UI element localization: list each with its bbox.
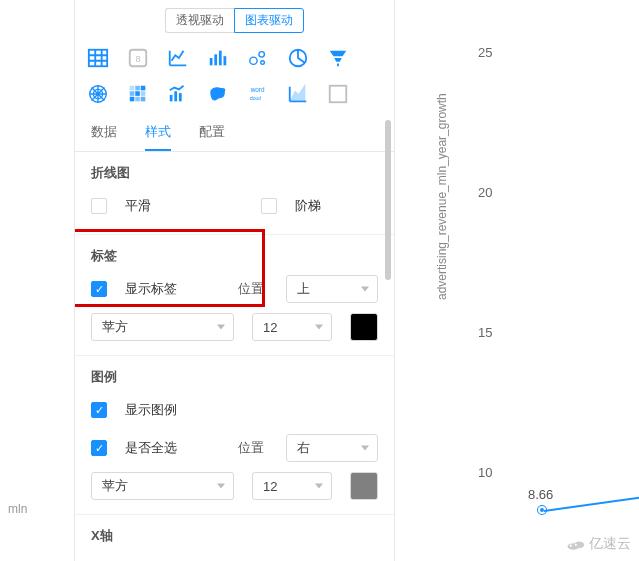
svg-rect-18: [141, 91, 146, 96]
svg-point-8: [259, 52, 265, 58]
svg-rect-27: [330, 86, 347, 103]
show-legend-text: 显示图例: [125, 401, 185, 419]
tab-config[interactable]: 配置: [199, 123, 225, 151]
svg-point-7: [250, 57, 257, 64]
label-color-swatch[interactable]: [350, 313, 378, 341]
tab-style[interactable]: 样式: [145, 123, 171, 151]
legend-color-swatch[interactable]: [350, 472, 378, 500]
svg-rect-22: [170, 95, 173, 101]
bubble-chart-icon[interactable]: [247, 47, 269, 69]
panel-scrollbar[interactable]: [383, 0, 393, 561]
blank-chart-icon[interactable]: [327, 83, 349, 105]
perspective-drive-button[interactable]: 透视驱动: [165, 8, 234, 33]
section-xaxis: X轴 显示坐标轴 坐标轴反转 实线 1 显示标签文字: [75, 515, 394, 561]
data-label-0: 8.66: [528, 487, 553, 502]
radar-chart-icon[interactable]: [87, 83, 109, 105]
funnel-chart-icon[interactable]: [327, 47, 349, 69]
label-font-select[interactable]: 苹方: [91, 313, 234, 341]
svg-rect-6: [224, 56, 227, 65]
smooth-label: 平滑: [125, 197, 185, 215]
step-label: 阶梯: [295, 197, 355, 215]
heatmap-chart-icon[interactable]: [127, 83, 149, 105]
label-position-label: 位置: [238, 280, 264, 298]
bar-chart-icon[interactable]: [207, 47, 229, 69]
section-legend: 图例 显示图例 是否全选 位置 右 苹方 12: [75, 356, 394, 515]
section-label-title: 标签: [91, 247, 378, 265]
ytick-25: 25: [478, 45, 492, 60]
ytick-15: 15: [478, 325, 492, 340]
label-position-select[interactable]: 上: [286, 275, 378, 303]
section-xaxis-title: X轴: [91, 527, 378, 545]
wordcloud-chart-icon[interactable]: wordcloud: [247, 83, 269, 105]
step-checkbox[interactable]: [261, 198, 277, 214]
svg-rect-5: [219, 51, 222, 66]
svg-text:cloud: cloud: [250, 96, 261, 101]
svg-point-30: [570, 545, 572, 547]
svg-rect-19: [130, 97, 135, 102]
legend-position-label: 位置: [238, 439, 264, 457]
ytick-20: 20: [478, 185, 492, 200]
svg-text:word: word: [250, 86, 265, 93]
table-chart-icon[interactable]: [87, 47, 109, 69]
section-line-title: 折线图: [91, 164, 378, 182]
section-legend-title: 图例: [91, 368, 378, 386]
watermark: 亿速云: [565, 535, 631, 553]
svg-rect-13: [130, 86, 135, 91]
drive-mode-segmented: 透视驱动 图表驱动: [165, 8, 304, 33]
show-legend-checkbox[interactable]: [91, 402, 107, 418]
svg-rect-4: [214, 54, 217, 65]
indicator-chart-icon[interactable]: 8: [127, 47, 149, 69]
y-axis-label: advertising_revenue_mln_year_growth: [435, 93, 449, 300]
legend-fontsize-select[interactable]: 12: [252, 472, 332, 500]
show-label-checkbox[interactable]: [91, 281, 107, 297]
svg-point-9: [261, 61, 265, 65]
chart-drive-button[interactable]: 图表驱动: [234, 8, 304, 33]
svg-rect-15: [141, 86, 146, 91]
area-chart-icon[interactable]: [287, 83, 309, 105]
show-label-text: 显示标签: [125, 280, 185, 298]
tab-data[interactable]: 数据: [91, 123, 117, 151]
chart-preview: 25 20 15 10 advertising_revenue_mln_year…: [395, 0, 639, 561]
svg-rect-17: [135, 91, 140, 96]
line-chart-icon[interactable]: [167, 47, 189, 69]
pie-chart-icon[interactable]: [287, 47, 309, 69]
smooth-checkbox[interactable]: [91, 198, 107, 214]
line-segment: [544, 495, 639, 512]
svg-rect-3: [210, 58, 213, 65]
left-metric-label: mln: [8, 502, 27, 516]
svg-rect-23: [174, 91, 177, 101]
select-all-checkbox[interactable]: [91, 440, 107, 456]
svg-rect-24: [179, 93, 182, 101]
label-fontsize-select[interactable]: 12: [252, 313, 332, 341]
legend-position-select[interactable]: 右: [286, 434, 378, 462]
section-line: 折线图 平滑 阶梯: [75, 152, 394, 235]
combo-chart-icon[interactable]: [167, 83, 189, 105]
svg-text:8: 8: [135, 54, 140, 64]
svg-rect-16: [130, 91, 135, 96]
svg-rect-20: [135, 97, 140, 102]
select-all-text: 是否全选: [125, 439, 185, 457]
svg-rect-0: [89, 50, 107, 67]
ytick-10: 10: [478, 465, 492, 480]
section-label: 标签 显示标签 位置 上 苹方 12: [75, 235, 394, 356]
config-panel: 透视驱动 图表驱动 8 wordcloud 数据 样式 配置 折线图 平滑 阶梯: [75, 0, 395, 561]
svg-point-31: [575, 544, 577, 546]
china-map-icon[interactable]: [207, 83, 229, 105]
svg-rect-14: [135, 86, 140, 91]
svg-rect-21: [141, 97, 146, 102]
legend-font-select[interactable]: 苹方: [91, 472, 234, 500]
